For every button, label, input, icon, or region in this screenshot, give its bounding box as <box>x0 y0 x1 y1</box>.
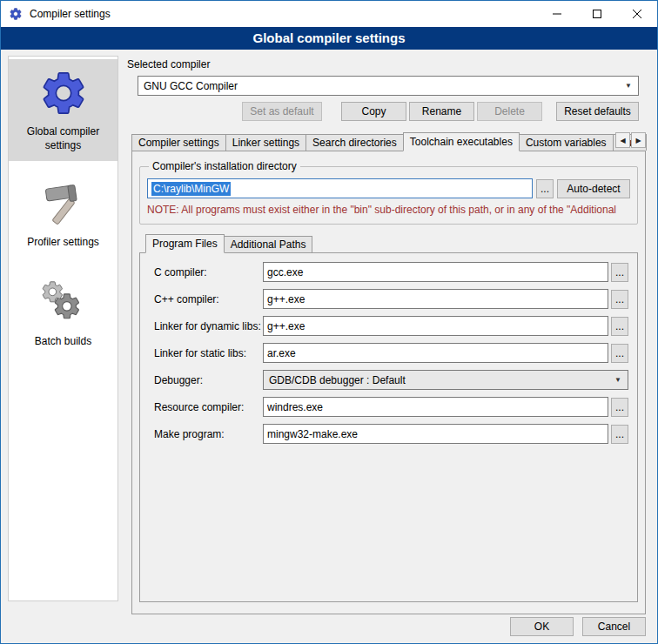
toolchain-executables-page: Compiler's installation directory C:\ray… <box>131 151 646 614</box>
tab-strip: Compiler settings Linker settings Search… <box>131 131 646 151</box>
hammer-icon <box>39 180 88 229</box>
dialog-header: Global compiler settings <box>1 27 657 50</box>
static-linker-browse-button[interactable]: ... <box>611 344 628 363</box>
c-compiler-label: C compiler: <box>154 266 263 278</box>
reset-defaults-button[interactable]: Reset defaults <box>556 102 639 121</box>
tab-additional-paths[interactable]: Additional Paths <box>224 236 313 252</box>
resource-compiler-browse-button[interactable]: ... <box>611 398 628 417</box>
auto-detect-button[interactable]: Auto-detect <box>557 179 630 198</box>
compiler-select-value: GNU GCC Compiler <box>144 80 621 92</box>
tab-search-directories[interactable]: Search directories <box>306 134 404 151</box>
resource-compiler-input[interactable] <box>263 397 608 417</box>
tab-toolchain-executables[interactable]: Toolchain executables <box>403 132 520 151</box>
window-title: Compiler settings <box>30 8 111 20</box>
installation-directory-input[interactable]: C:\raylib\MinGW <box>147 178 533 198</box>
debugger-label: Debugger: <box>154 374 263 386</box>
field-row-debugger: Debugger: GDB/CDB debugger : Default ▼ <box>154 370 628 390</box>
sidebar: Global compiler settings Profiler settin… <box>8 56 118 601</box>
chevron-down-icon: ▼ <box>621 82 635 90</box>
app-icon <box>9 7 23 21</box>
static-linker-input[interactable] <box>263 343 608 363</box>
field-row-static-linker: Linker for static libs: ... <box>154 343 628 363</box>
maximize-button[interactable] <box>577 1 617 27</box>
dialog-footer: OK Cancel <box>510 617 646 636</box>
cancel-button[interactable]: Cancel <box>582 617 646 636</box>
window-controls <box>537 1 657 27</box>
static-linker-label: Linker for static libs: <box>154 347 263 359</box>
minimize-button[interactable] <box>537 1 577 27</box>
c-compiler-input[interactable] <box>263 262 608 282</box>
field-row-c-compiler: C compiler: ... <box>154 262 628 282</box>
tab-scroll-arrows: ◀ ▶ <box>614 132 646 148</box>
delete-button[interactable]: Delete <box>477 102 542 121</box>
gray-gears-icon <box>38 278 89 328</box>
sidebar-item-profiler-settings[interactable]: Profiler settings <box>9 171 118 258</box>
rename-button[interactable]: Rename <box>409 102 474 121</box>
copy-button[interactable]: Copy <box>341 102 406 121</box>
set-as-default-button[interactable]: Set as default <box>242 102 322 121</box>
make-program-label: Make program: <box>154 428 263 440</box>
cpp-compiler-label: C++ compiler: <box>154 293 263 305</box>
note-text: NOTE: All programs must exist either in … <box>147 204 630 216</box>
main-panel: Selected compiler GNU GCC Compiler ▼ Set… <box>127 55 652 614</box>
browse-directory-button[interactable]: ... <box>536 179 554 198</box>
tab-scroll-right-button[interactable]: ▶ <box>631 132 646 148</box>
blue-gear-icon <box>38 68 89 118</box>
make-program-input[interactable] <box>263 424 608 444</box>
spacer <box>542 102 554 121</box>
field-row-dynamic-linker: Linker for dynamic libs: ... <box>154 316 628 336</box>
compiler-select[interactable]: GNU GCC Compiler ▼ <box>138 76 639 96</box>
spacer <box>322 102 339 121</box>
tab-linker-settings[interactable]: Linker settings <box>225 134 306 151</box>
field-row-make-program: Make program: ... <box>154 424 628 444</box>
debugger-select[interactable]: GDB/CDB debugger : Default ▼ <box>263 370 628 390</box>
tab-compiler-settings[interactable]: Compiler settings <box>131 134 226 151</box>
dynamic-linker-browse-button[interactable]: ... <box>611 317 628 336</box>
program-files-page: C compiler: ... C++ compiler: ... Linker… <box>139 252 638 602</box>
tab-scroll-left-button[interactable]: ◀ <box>615 132 630 148</box>
make-program-browse-button[interactable]: ... <box>611 425 628 444</box>
dynamic-linker-input[interactable] <box>263 316 608 336</box>
dynamic-linker-label: Linker for dynamic libs: <box>154 320 263 332</box>
sidebar-item-label: Batch builds <box>35 335 91 349</box>
sidebar-item-global-compiler-settings[interactable]: Global compiler settings <box>9 59 118 161</box>
resource-compiler-label: Resource compiler: <box>154 401 263 413</box>
installation-directory-value: C:\raylib\MinGW <box>151 182 231 196</box>
installation-directory-row: C:\raylib\MinGW ... Auto-detect <box>147 178 630 198</box>
compiler-settings-dialog: Compiler settings Global compiler settin… <box>0 0 658 644</box>
compiler-button-row: Set as default Copy Rename Delete Reset … <box>138 102 639 121</box>
cpp-compiler-browse-button[interactable]: ... <box>611 290 628 309</box>
installation-directory-group: Compiler's installation directory C:\ray… <box>139 160 638 225</box>
program-tab-strip: Program Files Additional Paths <box>145 233 638 252</box>
sidebar-item-batch-builds[interactable]: Batch builds <box>9 269 118 358</box>
chevron-down-icon: ▼ <box>611 376 625 384</box>
field-row-cpp-compiler: C++ compiler: ... <box>154 289 628 309</box>
debugger-select-value: GDB/CDB debugger : Default <box>269 374 611 386</box>
tab-custom-variables[interactable]: Custom variables <box>519 134 614 151</box>
titlebar[interactable]: Compiler settings <box>1 1 657 27</box>
installation-directory-legend: Compiler's installation directory <box>149 160 300 172</box>
c-compiler-browse-button[interactable]: ... <box>611 263 628 282</box>
selected-compiler-label: Selected compiler <box>127 58 652 70</box>
tab-program-files[interactable]: Program Files <box>145 234 225 253</box>
sidebar-item-label: Profiler settings <box>27 236 99 250</box>
close-button[interactable] <box>617 1 657 27</box>
sidebar-item-label: Global compiler settings <box>11 125 115 152</box>
cpp-compiler-input[interactable] <box>263 289 608 309</box>
ok-button[interactable]: OK <box>510 617 574 636</box>
field-row-resource-compiler: Resource compiler: ... <box>154 397 628 417</box>
